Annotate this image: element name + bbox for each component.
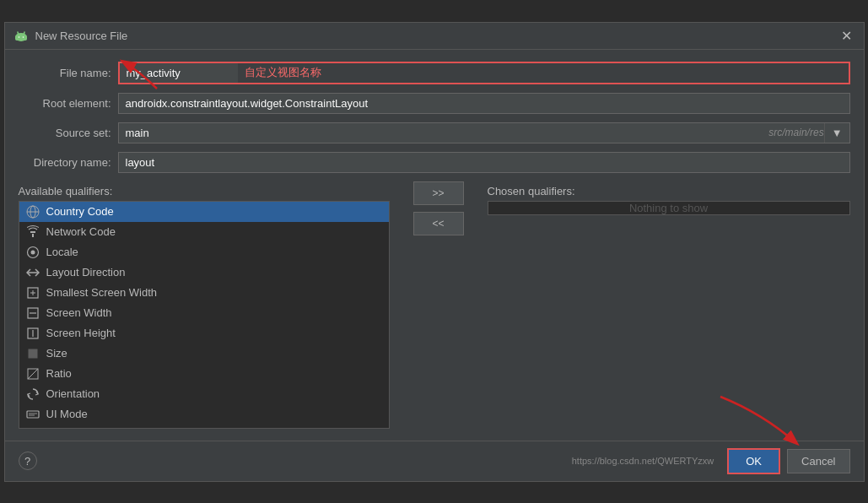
qualifier-list: Country Code Network Code Locale — [19, 201, 390, 429]
file-name-label: File name: — [19, 67, 111, 79]
svg-point-4 — [18, 36, 19, 38]
ratio-icon — [26, 367, 40, 381]
svg-line-23 — [28, 369, 38, 379]
root-element-label: Root element: — [19, 97, 111, 110]
dialog-footer: ? https://blog.csdn.net/QWERTYzxw OK Can… — [5, 441, 864, 481]
network-code-icon — [26, 225, 40, 239]
qualifiers-section: Available qualifiers: Country Code Netwo… — [19, 181, 850, 429]
root-element-row: Root element: — [19, 93, 850, 114]
screen-width-icon — [26, 306, 40, 320]
help-button[interactable]: ? — [19, 452, 37, 470]
night-mode-icon — [26, 428, 40, 429]
qualifier-night-mode[interactable]: Night Mode — [19, 425, 389, 429]
source-set-label: Source set: — [19, 127, 111, 139]
qualifier-orientation[interactable]: Orientation — [19, 384, 389, 404]
qualifier-size-label: Size — [46, 347, 67, 360]
backward-button[interactable]: << — [413, 212, 464, 235]
orientation-icon — [26, 387, 40, 401]
qualifier-night-mode-label: Night Mode — [46, 428, 102, 429]
source-set-dropdown-arrow[interactable]: ▼ — [824, 123, 849, 143]
title-bar-left: New Resource File — [13, 28, 128, 43]
available-qualifiers-section: Available qualifiers: Country Code Netwo… — [19, 181, 390, 429]
qualifier-smallest-screen-width[interactable]: Smallest Screen Width — [19, 283, 389, 303]
forward-button[interactable]: >> — [413, 181, 464, 205]
qualifier-network-code-label: Network Code — [46, 225, 116, 238]
footer-url: https://blog.csdn.net/QWERTYzxw — [572, 456, 714, 466]
size-icon — [26, 347, 40, 360]
dialog-title: New Resource File — [35, 30, 128, 42]
source-set-row: Source set: src/main/res ▼ — [19, 122, 850, 143]
source-set-placeholder: src/main/res — [768, 127, 823, 138]
qualifier-size[interactable]: Size — [19, 343, 389, 364]
qualifier-orientation-label: Orientation — [46, 387, 100, 400]
nothing-to-show-text: Nothing to show — [629, 202, 708, 214]
qualifier-ratio-label: Ratio — [46, 367, 72, 380]
close-button[interactable]: ✕ — [838, 28, 855, 44]
available-qualifiers-label: Available qualifiers: — [19, 185, 390, 197]
svg-line-2 — [18, 32, 19, 35]
ok-button[interactable]: OK — [727, 448, 780, 474]
source-set-container: src/main/res ▼ — [118, 122, 850, 143]
qualifier-ui-mode-label: UI Mode — [46, 408, 88, 420]
qualifier-smallest-screen-width-label: Smallest Screen Width — [46, 286, 158, 299]
qualifier-country-code-label: Country Code — [46, 205, 114, 218]
qualifier-country-code[interactable]: Country Code — [19, 202, 389, 222]
svg-point-5 — [22, 36, 24, 38]
ui-mode-icon — [26, 408, 40, 421]
svg-line-3 — [24, 32, 24, 35]
source-set-input[interactable] — [119, 123, 769, 143]
file-name-input[interactable] — [120, 63, 238, 83]
root-element-input[interactable] — [118, 93, 850, 114]
qualifier-screen-width[interactable]: Screen Width — [19, 303, 389, 323]
svg-rect-21 — [29, 349, 37, 358]
arrow-buttons: >> << — [403, 181, 474, 235]
svg-rect-24 — [27, 411, 39, 418]
file-name-annotation: 自定义视图名称 — [238, 65, 328, 80]
directory-name-label: Directory name: — [19, 156, 111, 169]
qualifier-locale-label: Locale — [46, 246, 78, 258]
chosen-list: Nothing to show — [488, 201, 850, 215]
svg-rect-9 — [32, 234, 34, 237]
screen-height-icon — [26, 327, 40, 340]
qualifier-layout-direction-label: Layout Direction — [46, 266, 126, 279]
chosen-qualifiers-label: Chosen qualifiers: — [488, 185, 850, 197]
footer-left: ? — [19, 452, 37, 470]
svg-rect-1 — [15, 35, 27, 41]
qualifier-layout-direction[interactable]: Layout Direction — [19, 262, 389, 283]
qualifier-network-code[interactable]: Network Code — [19, 222, 389, 242]
new-resource-file-dialog: New Resource File ✕ File name: 自定义视图名称 R… — [4, 22, 865, 482]
svg-point-12 — [30, 250, 35, 254]
directory-name-row: Directory name: — [19, 152, 850, 173]
dialog-body: File name: 自定义视图名称 Root element: Source … — [5, 50, 864, 441]
android-icon — [13, 28, 29, 43]
country-code-icon — [26, 205, 40, 219]
file-name-row: File name: 自定义视图名称 — [19, 62, 850, 84]
qualifier-screen-width-label: Screen Width — [46, 306, 112, 319]
chosen-qualifiers-section: Chosen qualifiers: Nothing to show — [488, 181, 850, 215]
qualifier-screen-height-label: Screen Height — [46, 327, 116, 339]
cancel-button[interactable]: Cancel — [787, 449, 849, 473]
title-bar: New Resource File ✕ — [5, 23, 864, 50]
file-name-container: 自定义视图名称 — [118, 62, 850, 84]
qualifier-ratio[interactable]: Ratio — [19, 364, 389, 384]
svg-rect-10 — [30, 231, 35, 233]
directory-name-input[interactable] — [118, 152, 850, 173]
layout-direction-icon — [26, 266, 40, 279]
smallest-screen-width-icon — [26, 286, 40, 300]
qualifier-screen-height[interactable]: Screen Height — [19, 323, 389, 343]
locale-icon — [26, 246, 40, 259]
footer-right: https://blog.csdn.net/QWERTYzxw OK Cance… — [572, 448, 850, 474]
qualifier-locale[interactable]: Locale — [19, 242, 389, 262]
qualifier-ui-mode[interactable]: UI Mode — [19, 404, 389, 425]
